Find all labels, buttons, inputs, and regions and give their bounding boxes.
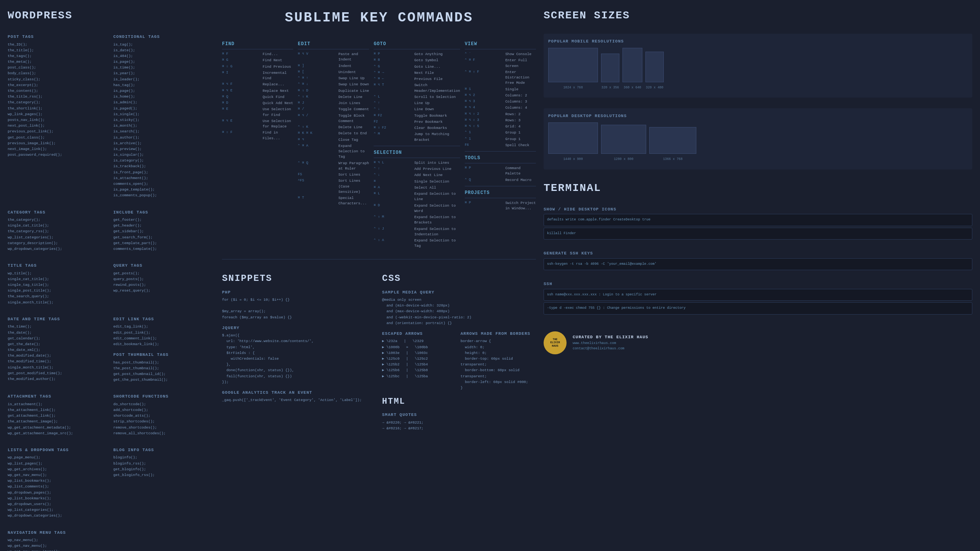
generate-ssh-keys-title: GENERATE SSH KEYS	[544, 250, 972, 257]
attachment-tags-list: is_attachment();the_attachment_link();ge…	[8, 401, 109, 436]
selection-title: SELECTION	[374, 149, 460, 158]
edit-link-tags-list: edit_tag_link();edit_post_link();edit_co…	[113, 324, 214, 347]
screen-1024: 1024 x 768	[548, 48, 598, 90]
goto-title: GOTO	[374, 41, 460, 49]
include-tags-list: get_footer();get_header();get_sidebar();…	[113, 217, 214, 252]
tools-title: TOOLS	[465, 155, 536, 163]
popular-desktop-section: POPULAR DESKTOP RESOLUTIONS 1440 x 900 1…	[544, 108, 972, 169]
post-thumbnail-tags-title: POST THUMBNAIL TAGS	[113, 352, 214, 358]
post-tags-list: the_ID();the_title();the_tags();the_meta…	[8, 42, 109, 158]
php-code: for ($i = 0; $i <= 10; $i++) {} $my_arra…	[222, 297, 376, 320]
toggle-block-comment-label: Toggle Block Comment	[338, 113, 369, 124]
title-tags-list: wp_title();single_cat_title();single_tag…	[8, 271, 109, 305]
category-tags-section: CATEGORY TAGS the_category();single_cat_…	[8, 209, 109, 252]
google-analytics-code: _gaq.push(['_trackEvent', 'Event Categor…	[222, 397, 376, 403]
shortcode-functions-list: do_shortcode();add_shortcode();shortcode…	[113, 401, 214, 436]
conditional-tags-title: CONDITIONAL TAGS	[113, 34, 214, 40]
arrows-borders-code: border-arrow { width: 0; height: 0; bord…	[461, 338, 536, 391]
query-tags-list: get_posts();query_posts();rewind_posts()…	[113, 271, 214, 294]
html-title: HTML	[382, 395, 536, 408]
post-tags-title: POST TAGS	[8, 34, 109, 40]
date-time-tags-list: the_time();the_date();get_calendar();get…	[8, 324, 109, 382]
find-title: FIND	[222, 41, 293, 49]
view-title: VIEW	[465, 41, 536, 49]
blog-info-tags-list: bloginfo();bloginfo_rss();get_bloginfo()…	[113, 455, 214, 478]
escaped-arrows-list: ▶ \232a | \2329 ▶ \1000b » \100bb ▶ \100…	[382, 338, 457, 379]
escaped-arrows-title: ESCAPED ARROWS	[382, 331, 457, 337]
blog-info-tags-section: BLOG INFO TAGS bloginfo();bloginfo_rss()…	[113, 447, 214, 519]
query-tags-section: QUERY TAGS get_posts();query_posts();rew…	[113, 262, 214, 305]
date-time-tags-section: DATE AND TIME TAGS the_time();the_date()…	[8, 316, 109, 383]
jquery-title: JQUERY	[222, 325, 376, 331]
google-analytics-section: GOOGLE ANALYTICS TRACK AN EVENT _gaq.pus…	[222, 390, 376, 403]
css-title: CSS	[382, 272, 536, 285]
lists-dropdown-tags-title: LISTS & DROPDOWN TAGS	[8, 447, 109, 453]
blog-info-tags-title: BLOG INFO TAGS	[113, 447, 214, 453]
conditional-tags-section: CONDITIONAL TAGS is_tag();is_date();is_4…	[113, 34, 214, 199]
title-tags-title: TITLE TAGS	[8, 262, 109, 269]
navigation-menu-tags-section: NAVIGATION MENU TAGS wp_nav_menu();wp_ge…	[8, 530, 214, 551]
generate-ssh-keys-section: GENERATE SSH KEYS ssh-keygen -t rsa -b 4…	[544, 250, 972, 270]
conditional-tags-list: is_tag();is_date();is_404();is_page();is…	[113, 42, 214, 199]
sublime-title: SUBLIME KEY COMMANDS	[222, 8, 536, 28]
edit-link-tags-title: EDIT LINK TAGS	[113, 316, 214, 323]
navigation-menu-tags-list: wp_nav_menu();wp_get_nav_menu();wp_get_n…	[8, 537, 214, 551]
wordpress-column: WORDPRESS POST TAGS the_ID();the_title()…	[8, 8, 214, 551]
sample-media-query-code: @media only screen and (min-device-width…	[382, 297, 536, 326]
jquery-code: $.ajax({ url: 'http://www.website.com/co…	[222, 333, 376, 385]
include-tags-title: INCLUDE TAGS	[113, 209, 214, 216]
screen-1440: 1440 x 900	[548, 122, 598, 162]
css-column: CSS SAMPLE MEDIA QUERY @media only scree…	[382, 272, 536, 436]
generate-ssh-keys-cmd: ssh-keygen -t rsa -b 4096 -C 'your_email…	[544, 258, 972, 271]
page-wrapper: WORDPRESS POST TAGS the_ID();the_title()…	[0, 0, 980, 551]
shortcode-functions-section: SHORTCODE FUNCTIONS do_shortcode();add_s…	[113, 393, 214, 436]
post-thumbnail-tags-section: POST THUMBNAIL TAGS has_post_thumbnail()…	[113, 352, 214, 383]
popular-mobile-section: POPULAR MOBILE RESOLUTIONS 1024 x 768 32…	[544, 34, 972, 98]
popular-mobile-title: POPULAR MOBILE RESOLUTIONS	[548, 38, 968, 45]
arrows-borders-title: ARROWS MADE FROM BORDERS	[461, 331, 536, 337]
shortcode-functions-title: SHORTCODE FUNCTIONS	[113, 393, 214, 400]
screen-1366: 1366 x 768	[649, 127, 696, 162]
ssh-chmod-cmd: -type d -exec chmod 755 {} : Change perm…	[544, 302, 972, 315]
jquery-section: JQUERY $.ajax({ url: 'http://www.website…	[222, 325, 376, 385]
post-thumbnail-tags-list: has_post_thumbnail();the_post_thumbnail(…	[113, 360, 214, 383]
view-section: VIEW ⌃ `Show Console ⌃ ⌘ FEnter Full Scr…	[465, 41, 536, 250]
swap-line-up-label: Swap Line Up	[338, 76, 364, 81]
group-1-label: Group 1	[505, 130, 521, 135]
ssh-title: SSH	[544, 281, 972, 287]
title-tags-section: TITLE TAGS wp_title();single_cat_title()…	[8, 262, 109, 305]
right-column: SCREEN SIZES POPULAR MOBILE RESOLUTIONS …	[544, 8, 972, 551]
google-analytics-title: GOOGLE ANALYTICS TRACK AN EVENT	[222, 390, 376, 396]
sample-media-query-section: SAMPLE MEDIA QUERY @media only screen an…	[382, 289, 536, 326]
logo-url: www.theelixirhaus.com	[573, 341, 648, 346]
smart-quotes-list: → &#8220; → &#8221; → &#8216; → &#8217;	[382, 420, 536, 431]
php-title: PHP	[222, 289, 376, 296]
arrows-borders-section: ARROWS MADE FROM BORDERS border-arrow { …	[461, 331, 536, 391]
attachment-tags-section: ATTACHMENT TAGS is_attachment();the_atta…	[8, 393, 109, 436]
curated-by-label: CURATED BY THE ELIXIR HAUS	[573, 334, 648, 341]
show-hide-cmd: defaults write com.apple.finder CreateDe…	[544, 214, 972, 226]
edit-section: EDIT ⌘ ⌥ VPaste and Indent ⌘ ]Indent ⌘ […	[298, 41, 369, 250]
ssh-section: SSH ssh name@xxx.xxx.xxx.xxx : Login to …	[544, 281, 972, 315]
date-time-tags-title: DATE AND TIME TAGS	[8, 316, 109, 323]
category-tags-title: CATEGORY TAGS	[8, 209, 109, 216]
sublime-column: SUBLIME KEY COMMANDS FIND ⌘ FFind... ⌘ G…	[222, 8, 536, 551]
html-section: HTML SMART QUOTES → &#8220; → &#8221; → …	[382, 395, 536, 431]
query-tags-title: QUERY TAGS	[113, 262, 214, 269]
category-tags-list: the_category();single_cat_title();the_ca…	[8, 217, 109, 252]
navigation-menu-tags-title: NAVIGATION MENU TAGS	[8, 530, 214, 536]
show-hide-desktop-icons-section: SHOW / HIDE DESKTOP ICONS defaults write…	[544, 206, 972, 240]
elixir-haus-logo: THE ELIXIR HAUS	[544, 331, 567, 354]
screen-360-640: 360 x 640	[622, 48, 642, 90]
ssh-login-cmd: ssh name@xxx.xxx.xxx.xxx : Login to a sp…	[544, 289, 972, 301]
sample-media-query-title: SAMPLE MEDIA QUERY	[382, 289, 536, 296]
snippets-title: SNIPPETS	[222, 272, 376, 285]
find-section: FIND ⌘ FFind... ⌘ GFind Next ⌘ ⇧ GFind P…	[222, 41, 293, 250]
escaped-arrows-section: ESCAPED ARROWS ▶ \232a | \2329 ▶ \1000b …	[382, 331, 457, 391]
edit-title: EDIT	[298, 41, 369, 49]
lists-dropdown-tags-section: LISTS & DROPDOWN TAGS wp_page_menu();wp_…	[8, 447, 109, 519]
php-section: PHP for ($i = 0; $i <= 10; $i++) {} $my_…	[222, 289, 376, 320]
logo-email: contact@theelixirhaus.com	[573, 346, 648, 352]
wordpress-title: WORDPRESS	[8, 8, 214, 24]
screen-320-356: 320 x 356	[601, 54, 619, 90]
